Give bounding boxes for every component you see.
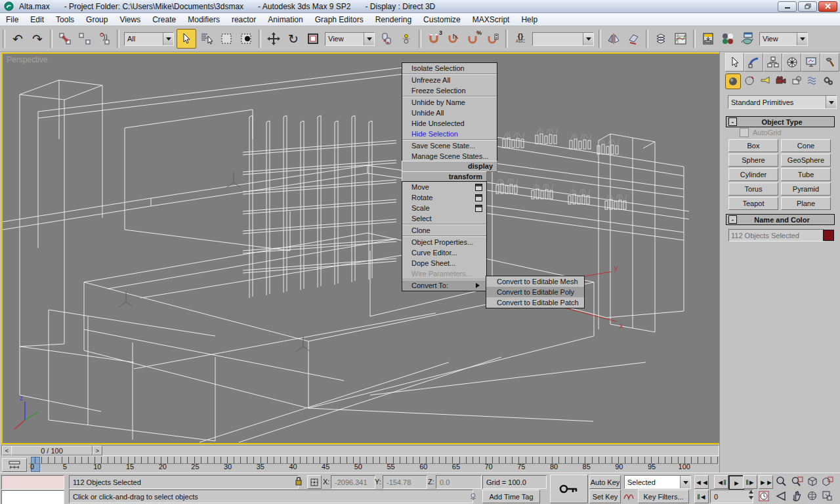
zoom-button[interactable] xyxy=(776,475,787,488)
curve-editor-button[interactable] xyxy=(671,30,690,48)
rotate-settings-icon[interactable] xyxy=(475,194,482,201)
menu-maxscript[interactable]: MAXScript xyxy=(467,14,516,25)
menu-file[interactable]: File xyxy=(0,14,24,25)
named-selection-dropdown[interactable] xyxy=(532,32,594,46)
set-key-button[interactable]: Set Key xyxy=(589,490,621,503)
macro-recorder-box[interactable] xyxy=(1,475,64,490)
menu-item-select[interactable]: Select xyxy=(402,213,486,224)
select-and-rotate-button[interactable]: ↻ xyxy=(284,30,303,48)
rectangular-selection-region-button[interactable] xyxy=(217,30,236,48)
perspective-viewport[interactable]: y x z Perspective xyxy=(1,52,721,444)
select-and-link-button[interactable] xyxy=(56,30,74,48)
minimize-button[interactable] xyxy=(778,1,797,12)
object-name-field[interactable]: 112 Objects Selected xyxy=(728,229,824,242)
tab-display[interactable] xyxy=(801,53,820,72)
tab-utilities[interactable] xyxy=(820,53,839,72)
angle-snap-button[interactable] xyxy=(444,30,463,48)
menu-item-unfreeze-all[interactable]: Unfreeze All xyxy=(402,75,497,85)
menu-item-freeze-selection[interactable]: Freeze Selection xyxy=(402,85,497,96)
dropdown-arrow-icon[interactable] xyxy=(826,96,836,108)
next-frame-button[interactable]: ‖► xyxy=(743,475,757,489)
category-geometry[interactable] xyxy=(725,74,741,89)
arc-rotate-button[interactable] xyxy=(807,490,818,502)
y-coordinate-field[interactable]: -154.78 xyxy=(383,475,427,489)
menu-views[interactable]: Views xyxy=(114,14,146,25)
menu-item-hide-unselected[interactable]: Hide Unselected xyxy=(402,118,497,129)
pan-view-button[interactable] xyxy=(791,490,803,502)
x-coordinate-field[interactable]: -2096.341 xyxy=(331,475,375,489)
close-button[interactable] xyxy=(818,1,837,12)
menu-help[interactable]: Help xyxy=(515,14,543,25)
named-selection-sets-button[interactable]: {} ABC xyxy=(511,30,530,48)
menu-item-convert-to[interactable]: Convert To: xyxy=(402,280,486,291)
zoom-all-button[interactable] xyxy=(791,475,803,488)
dropdown-arrow-icon[interactable] xyxy=(680,476,690,488)
autogrid-checkbox[interactable] xyxy=(740,128,749,137)
menu-item-scale[interactable]: Scale xyxy=(402,203,486,213)
primitives-category-dropdown[interactable]: Standard Primitives xyxy=(728,95,837,109)
menu-rendering[interactable]: Rendering xyxy=(369,14,417,25)
auto-key-button[interactable]: Auto Key xyxy=(589,475,621,489)
zoom-extents-all-button[interactable] xyxy=(822,475,833,488)
redo-button[interactable]: ↷ xyxy=(28,30,47,48)
object-color-swatch[interactable] xyxy=(823,230,834,241)
zoom-extents-button[interactable] xyxy=(807,475,818,488)
select-object-button[interactable] xyxy=(177,29,196,49)
set-keys-button[interactable] xyxy=(550,474,588,503)
menu-item-move[interactable]: Move xyxy=(402,182,486,192)
menu-reactor[interactable]: reactor xyxy=(226,14,262,25)
menu-item-isolate-selection[interactable]: Isolate Selection xyxy=(402,63,497,74)
torus-button[interactable]: Torus xyxy=(728,182,778,196)
time-configuration-button[interactable] xyxy=(759,490,769,502)
menu-item-object-properties[interactable]: Object Properties... xyxy=(402,237,486,247)
menu-item-manage-scene-states[interactable]: Manage Scene States... xyxy=(402,151,497,161)
layer-manager-button[interactable] xyxy=(652,30,670,48)
name-and-color-rollout[interactable]: - Name and Color xyxy=(726,214,835,225)
field-of-view-button[interactable] xyxy=(776,490,787,502)
menu-item-convert-editable-poly[interactable]: Convert to Editable Poly xyxy=(486,287,584,297)
maximize-viewport-toggle[interactable] xyxy=(822,490,833,502)
tab-modify[interactable] xyxy=(744,53,763,72)
spinner-snap-button[interactable] xyxy=(484,30,502,48)
key-filters-button[interactable]: Key Filters... xyxy=(638,490,689,503)
communication-center-icon[interactable] xyxy=(469,490,478,502)
go-to-end-button[interactable]: ►► xyxy=(759,475,773,489)
select-by-name-button[interactable] xyxy=(198,30,216,48)
key-mode-toggle[interactable]: ‖◄ xyxy=(694,490,709,503)
dropdown-arrow-icon[interactable] xyxy=(163,33,173,45)
category-shapes[interactable] xyxy=(742,74,757,88)
play-button[interactable]: ► xyxy=(728,475,744,490)
quick-render-button[interactable] xyxy=(738,30,757,48)
cone-button[interactable]: Cone xyxy=(781,139,831,152)
time-slider-track[interactable] xyxy=(1,445,719,456)
dropdown-arrow-icon[interactable] xyxy=(797,33,807,45)
time-slider-prev-arrow[interactable]: < xyxy=(2,446,12,455)
dropdown-arrow-icon[interactable] xyxy=(364,33,374,45)
current-frame-field[interactable]: 0 xyxy=(710,490,753,503)
tab-create[interactable] xyxy=(725,53,744,72)
menu-item-clone[interactable]: Clone xyxy=(402,225,486,236)
tab-hierarchy[interactable] xyxy=(763,53,782,72)
percent-snap-button[interactable]: % xyxy=(464,30,482,48)
unlink-selection-button[interactable] xyxy=(75,30,94,48)
object-type-rollout[interactable]: - Object Type xyxy=(726,116,835,127)
window-crossing-button[interactable] xyxy=(237,30,255,48)
menu-item-curve-editor[interactable]: Curve Editor... xyxy=(402,247,486,258)
reference-coordinate-dropdown[interactable]: View xyxy=(325,32,375,46)
box-button[interactable]: Box xyxy=(728,139,778,152)
menu-item-hide-selection[interactable]: Hide Selection xyxy=(402,129,497,139)
category-helpers[interactable] xyxy=(789,74,804,88)
menu-item-save-scene-state[interactable]: Save Scene State... xyxy=(402,140,497,151)
menu-tools[interactable]: Tools xyxy=(50,14,80,25)
menu-group[interactable]: Group xyxy=(80,14,114,25)
restore-button[interactable] xyxy=(798,1,817,12)
bind-to-space-warp-button[interactable] xyxy=(95,30,114,48)
menu-customize[interactable]: Customize xyxy=(417,14,467,25)
collapse-icon[interactable]: - xyxy=(728,117,737,126)
menu-item-unhide-all[interactable]: Unhide All xyxy=(402,108,497,118)
menu-item-convert-editable-patch[interactable]: Convert to Editable Patch xyxy=(486,297,584,308)
pyramid-button[interactable]: Pyramid xyxy=(781,182,831,196)
default-in-out-tangents-button[interactable] xyxy=(623,490,634,502)
key-filter-selected-dropdown[interactable]: Selected xyxy=(624,475,691,489)
select-and-scale-button[interactable] xyxy=(304,30,322,48)
